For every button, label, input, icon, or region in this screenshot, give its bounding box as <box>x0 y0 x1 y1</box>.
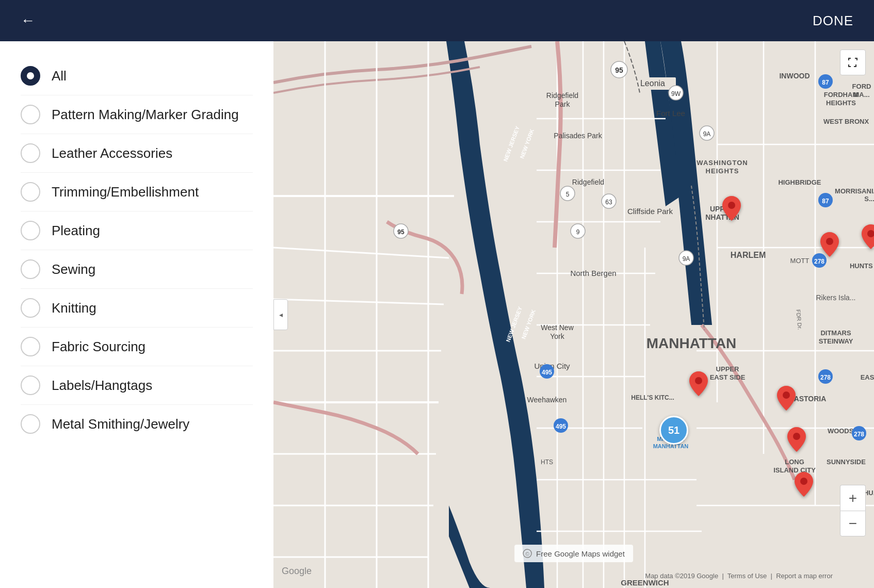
radio-metal-smithing[interactable] <box>21 414 40 434</box>
svg-text:EAST SIDE: EAST SIDE <box>710 373 746 381</box>
svg-text:495: 495 <box>556 423 566 430</box>
svg-text:95: 95 <box>615 66 623 74</box>
filter-item-trimming-embellishment[interactable]: Trimming/Embellishment <box>21 173 253 211</box>
svg-text:9W: 9W <box>671 90 681 97</box>
map-pin-2[interactable] <box>820 232 839 259</box>
zoom-out-button[interactable]: − <box>840 511 866 536</box>
filter-label-pleating: Pleating <box>52 223 100 239</box>
svg-text:West New: West New <box>541 323 574 332</box>
svg-text:FORDHAM: FORDHAM <box>824 91 858 99</box>
svg-text:Google: Google <box>282 566 312 576</box>
map-pin-7[interactable] <box>795 472 813 499</box>
svg-text:495: 495 <box>542 369 552 376</box>
map-cluster-badge[interactable]: 51 <box>659 416 688 445</box>
svg-text:UPPER: UPPER <box>716 365 739 373</box>
filter-item-all[interactable]: All <box>21 57 253 95</box>
map-fullscreen-button[interactable] <box>840 50 866 75</box>
map-attribution-right: Map data ©2019 Google | Terms of Use | R… <box>645 572 833 580</box>
svg-text:North Bergen: North Bergen <box>570 269 616 277</box>
svg-text:DITMARS: DITMARS <box>820 329 851 337</box>
svg-text:HUNTS P...: HUNTS P... <box>850 262 874 270</box>
google-logo: Google <box>282 565 313 580</box>
svg-text:87: 87 <box>822 198 829 205</box>
radio-all[interactable] <box>21 66 40 86</box>
svg-text:278: 278 <box>820 374 831 381</box>
filter-label-sewing: Sewing <box>52 262 95 277</box>
filter-item-pattern-making[interactable]: Pattern Making/Marker Grading <box>21 95 253 134</box>
radio-leather-accessories[interactable] <box>21 143 40 163</box>
radio-sewing[interactable] <box>21 259 40 279</box>
widget-icon: © <box>523 549 532 558</box>
svg-text:FORD: FORD <box>852 83 871 90</box>
svg-text:S...: S... <box>864 195 874 203</box>
terms-link[interactable]: Terms of Use <box>727 572 767 580</box>
filter-item-labels-hangtags[interactable]: Labels/Hangtags <box>21 366 253 405</box>
filter-label-trimming-embellishment: Trimming/Embellishment <box>52 184 199 200</box>
map-canvas: Leonia Fort Lee WASHINGTON HEIGHTS HIGHB… <box>273 41 874 588</box>
map-zoom-controls: + − <box>840 485 866 536</box>
map-pin-4[interactable] <box>689 371 708 398</box>
main-content: AllPattern Making/Marker GradingLeather … <box>0 41 874 588</box>
svg-text:Palisades Park: Palisades Park <box>554 132 602 140</box>
app-header: ← DONE <box>0 0 874 41</box>
svg-text:HARLEM: HARLEM <box>731 251 766 259</box>
filter-sidebar: AllPattern Making/Marker GradingLeather … <box>0 41 273 588</box>
svg-text:SUNNYSIDE: SUNNYSIDE <box>827 458 866 466</box>
copyright-text: Map data ©2019 Google <box>645 572 718 580</box>
svg-text:9A: 9A <box>703 130 711 138</box>
svg-text:278: 278 <box>854 431 864 438</box>
svg-text:MOTT: MOTT <box>790 257 810 265</box>
svg-text:MORRISANIA: MORRISANIA <box>835 187 874 195</box>
svg-text:Leonia: Leonia <box>640 79 665 88</box>
filter-item-metal-smithing[interactable]: Metal Smithing/Jewelry <box>21 405 253 443</box>
svg-text:5: 5 <box>566 191 570 198</box>
svg-text:HEIGHTS: HEIGHTS <box>706 167 739 175</box>
map-pin-6[interactable] <box>787 427 806 454</box>
free-widget-text: Free Google Maps widget <box>536 549 625 558</box>
svg-point-116 <box>728 202 735 209</box>
svg-text:HELL'S KITC...: HELL'S KITC... <box>631 394 674 401</box>
svg-text:Park: Park <box>555 100 571 108</box>
svg-point-117 <box>826 238 833 245</box>
svg-text:LONG: LONG <box>785 458 804 466</box>
filter-label-all: All <box>52 68 67 84</box>
radio-pleating[interactable] <box>21 221 40 240</box>
filter-label-fabric-sourcing: Fabric Sourcing <box>52 339 145 355</box>
done-button[interactable]: DONE <box>813 13 853 29</box>
filter-item-leather-accessories[interactable]: Leather Accessories <box>21 134 253 173</box>
map-area: Leonia Fort Lee WASHINGTON HEIGHTS HIGHB… <box>273 41 874 588</box>
svg-point-120 <box>783 391 790 399</box>
svg-text:EAST: EAST <box>861 373 874 381</box>
svg-text:HEIGHTS: HEIGHTS <box>826 99 856 107</box>
map-collapse-button[interactable]: ◂ <box>273 299 288 330</box>
filter-item-fabric-sourcing[interactable]: Fabric Sourcing <box>21 328 253 366</box>
filter-item-pleating[interactable]: Pleating <box>21 211 253 250</box>
filter-label-pattern-making: Pattern Making/Marker Grading <box>52 107 239 123</box>
zoom-in-button[interactable]: + <box>840 485 866 511</box>
report-link[interactable]: Report a map error <box>776 572 833 580</box>
svg-text:ASTORIA: ASTORIA <box>794 395 827 403</box>
svg-text:York: York <box>550 332 565 340</box>
svg-text:MA...: MA... <box>853 91 869 99</box>
svg-text:Fort Lee: Fort Lee <box>656 109 685 118</box>
map-pin-1[interactable] <box>722 196 741 223</box>
svg-text:Rikers Isla...: Rikers Isla... <box>816 293 855 302</box>
svg-text:©: © <box>525 551 529 557</box>
svg-text:9A: 9A <box>683 255 690 263</box>
radio-fabric-sourcing[interactable] <box>21 337 40 356</box>
radio-knitting[interactable] <box>21 298 40 318</box>
map-pin-3[interactable] <box>862 224 874 251</box>
svg-text:87: 87 <box>822 79 829 86</box>
collapse-icon: ◂ <box>279 311 283 319</box>
filter-item-knitting[interactable]: Knitting <box>21 289 253 328</box>
radio-pattern-making[interactable] <box>21 105 40 124</box>
filter-label-labels-hangtags: Labels/Hangtags <box>52 378 152 394</box>
map-pin-5[interactable] <box>777 386 796 413</box>
svg-text:9: 9 <box>576 228 580 236</box>
svg-text:INWOOD: INWOOD <box>779 72 810 80</box>
filter-item-sewing[interactable]: Sewing <box>21 250 253 289</box>
radio-trimming-embellishment[interactable] <box>21 182 40 202</box>
back-button[interactable]: ← <box>21 12 35 29</box>
svg-text:63: 63 <box>605 199 612 206</box>
radio-labels-hangtags[interactable] <box>21 375 40 395</box>
